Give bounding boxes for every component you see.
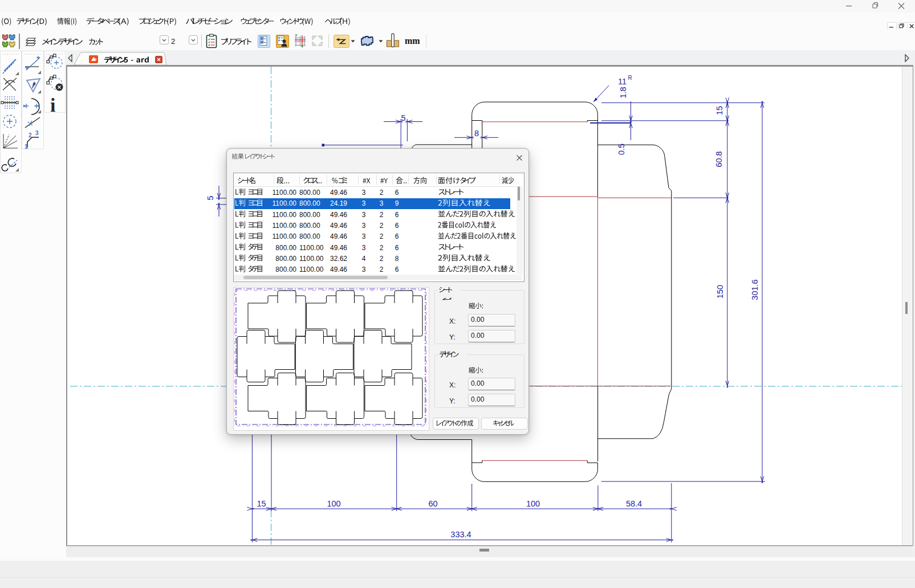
- svg-text:0.5: 0.5: [617, 144, 626, 155]
- svg-text:R: R: [628, 75, 632, 81]
- svg-text:1: 1: [25, 144, 28, 150]
- svg-text:i: i: [50, 95, 55, 116]
- svg-text:3: 3: [35, 130, 39, 136]
- svg-text:100: 100: [526, 499, 540, 508]
- svg-text:60.8: 60.8: [714, 151, 723, 167]
- svg-text:333.4: 333.4: [450, 530, 471, 539]
- svg-text:60: 60: [428, 499, 437, 508]
- svg-text:58.4: 58.4: [626, 499, 642, 508]
- svg-text:8: 8: [474, 129, 479, 138]
- svg-text:15: 15: [257, 499, 266, 508]
- svg-text:11: 11: [618, 77, 627, 86]
- svg-text:100: 100: [327, 499, 340, 508]
- svg-text:150: 150: [715, 285, 725, 299]
- svg-text:1.8: 1.8: [619, 87, 628, 98]
- svg-text:2: 2: [29, 132, 32, 138]
- svg-text:15: 15: [715, 106, 724, 115]
- svg-text:301.6: 301.6: [750, 279, 759, 300]
- svg-text:5: 5: [401, 113, 405, 122]
- svg-text:5: 5: [206, 195, 215, 200]
